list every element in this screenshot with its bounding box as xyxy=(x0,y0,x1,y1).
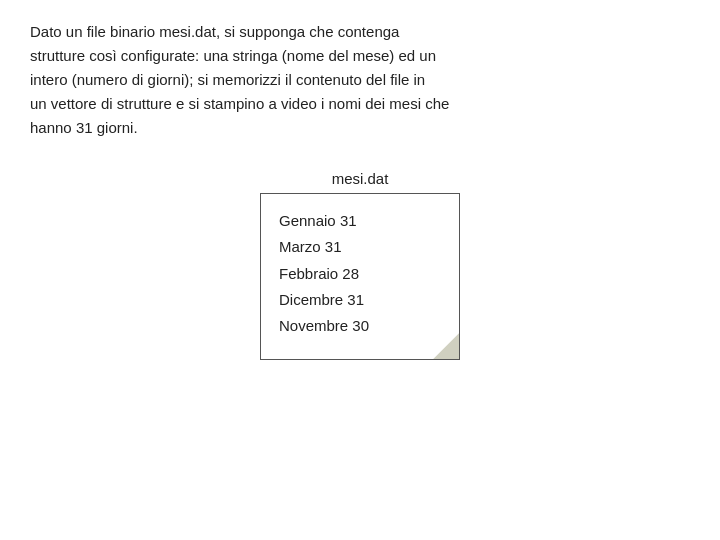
file-section: mesi.dat Gennaio 31 Marzo 31 Febbraio 28… xyxy=(30,170,690,360)
desc-line2: strutture così configurate: una stringa … xyxy=(30,47,436,64)
file-card: Gennaio 31 Marzo 31 Febbraio 28 Dicembre… xyxy=(260,193,460,360)
file-row-4: Dicembre 31 xyxy=(279,287,441,313)
file-label: mesi.dat xyxy=(332,170,389,187)
file-row-3: Febbraio 28 xyxy=(279,261,441,287)
file-row-5: Novembre 30 xyxy=(279,313,441,339)
desc-line4: un vettore di strutture e si stampino a … xyxy=(30,95,449,112)
file-row-2: Marzo 31 xyxy=(279,234,441,260)
desc-line1: Dato un file binario mesi.dat, si suppon… xyxy=(30,23,399,40)
description-block: Dato un file binario mesi.dat, si suppon… xyxy=(30,20,690,140)
desc-line5: hanno 31 giorni. xyxy=(30,119,138,136)
file-row-1: Gennaio 31 xyxy=(279,208,441,234)
page-container: Dato un file binario mesi.dat, si suppon… xyxy=(0,0,720,540)
desc-line3: intero (numero di giorni); si memorizzi … xyxy=(30,71,425,88)
